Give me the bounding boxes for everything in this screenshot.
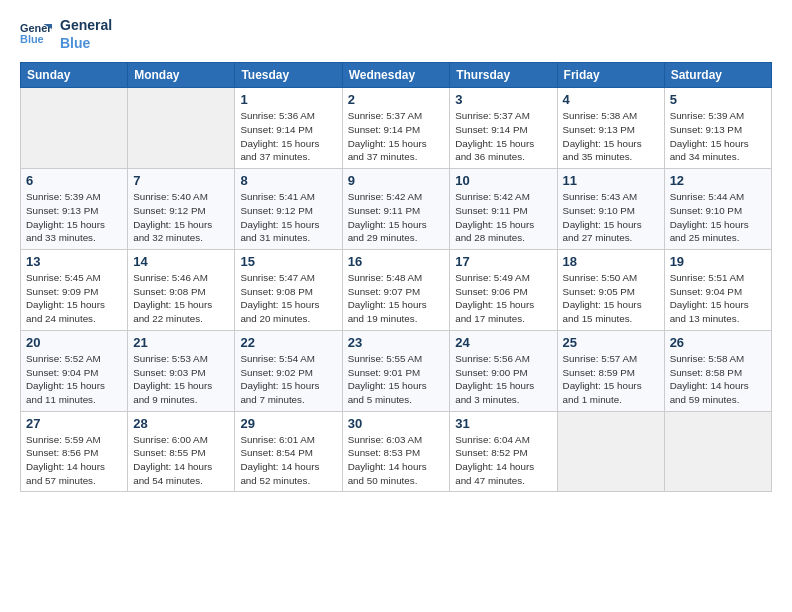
day-detail: Sunrise: 5:53 AM Sunset: 9:03 PM Dayligh… [133, 352, 229, 407]
day-number: 8 [240, 173, 336, 188]
col-header-monday: Monday [128, 63, 235, 88]
calendar-cell: 27Sunrise: 5:59 AM Sunset: 8:56 PM Dayli… [21, 411, 128, 492]
calendar-cell: 26Sunrise: 5:58 AM Sunset: 8:58 PM Dayli… [664, 330, 771, 411]
calendar-cell [128, 88, 235, 169]
calendar-cell: 4Sunrise: 5:38 AM Sunset: 9:13 PM Daylig… [557, 88, 664, 169]
logo-text: General Blue [60, 16, 112, 52]
day-number: 12 [670, 173, 766, 188]
day-detail: Sunrise: 5:47 AM Sunset: 9:08 PM Dayligh… [240, 271, 336, 326]
logo: General Blue General Blue [20, 16, 112, 52]
day-detail: Sunrise: 5:51 AM Sunset: 9:04 PM Dayligh… [670, 271, 766, 326]
day-number: 6 [26, 173, 122, 188]
calendar-cell: 14Sunrise: 5:46 AM Sunset: 9:08 PM Dayli… [128, 250, 235, 331]
calendar-body: 1Sunrise: 5:36 AM Sunset: 9:14 PM Daylig… [21, 88, 772, 492]
day-number: 2 [348, 92, 445, 107]
calendar-cell: 17Sunrise: 5:49 AM Sunset: 9:06 PM Dayli… [450, 250, 557, 331]
calendar-cell: 13Sunrise: 5:45 AM Sunset: 9:09 PM Dayli… [21, 250, 128, 331]
calendar-cell: 22Sunrise: 5:54 AM Sunset: 9:02 PM Dayli… [235, 330, 342, 411]
week-row-4: 20Sunrise: 5:52 AM Sunset: 9:04 PM Dayli… [21, 330, 772, 411]
day-number: 24 [455, 335, 551, 350]
page-header: General Blue General Blue [20, 16, 772, 52]
day-detail: Sunrise: 5:42 AM Sunset: 9:11 PM Dayligh… [348, 190, 445, 245]
week-row-1: 1Sunrise: 5:36 AM Sunset: 9:14 PM Daylig… [21, 88, 772, 169]
day-detail: Sunrise: 6:01 AM Sunset: 8:54 PM Dayligh… [240, 433, 336, 488]
day-detail: Sunrise: 5:37 AM Sunset: 9:14 PM Dayligh… [348, 109, 445, 164]
day-number: 17 [455, 254, 551, 269]
calendar-cell: 25Sunrise: 5:57 AM Sunset: 8:59 PM Dayli… [557, 330, 664, 411]
day-detail: Sunrise: 5:40 AM Sunset: 9:12 PM Dayligh… [133, 190, 229, 245]
calendar-cell: 3Sunrise: 5:37 AM Sunset: 9:14 PM Daylig… [450, 88, 557, 169]
day-detail: Sunrise: 6:04 AM Sunset: 8:52 PM Dayligh… [455, 433, 551, 488]
calendar-cell: 20Sunrise: 5:52 AM Sunset: 9:04 PM Dayli… [21, 330, 128, 411]
calendar-cell [557, 411, 664, 492]
day-number: 31 [455, 416, 551, 431]
calendar-cell: 30Sunrise: 6:03 AM Sunset: 8:53 PM Dayli… [342, 411, 450, 492]
day-number: 13 [26, 254, 122, 269]
day-detail: Sunrise: 5:39 AM Sunset: 9:13 PM Dayligh… [26, 190, 122, 245]
day-number: 25 [563, 335, 659, 350]
calendar-cell: 19Sunrise: 5:51 AM Sunset: 9:04 PM Dayli… [664, 250, 771, 331]
day-number: 11 [563, 173, 659, 188]
day-detail: Sunrise: 5:50 AM Sunset: 9:05 PM Dayligh… [563, 271, 659, 326]
day-number: 23 [348, 335, 445, 350]
day-detail: Sunrise: 5:57 AM Sunset: 8:59 PM Dayligh… [563, 352, 659, 407]
day-detail: Sunrise: 5:56 AM Sunset: 9:00 PM Dayligh… [455, 352, 551, 407]
calendar-cell: 1Sunrise: 5:36 AM Sunset: 9:14 PM Daylig… [235, 88, 342, 169]
col-header-wednesday: Wednesday [342, 63, 450, 88]
day-detail: Sunrise: 5:44 AM Sunset: 9:10 PM Dayligh… [670, 190, 766, 245]
day-number: 27 [26, 416, 122, 431]
day-number: 3 [455, 92, 551, 107]
calendar-cell: 9Sunrise: 5:42 AM Sunset: 9:11 PM Daylig… [342, 169, 450, 250]
calendar-header-row: SundayMondayTuesdayWednesdayThursdayFrid… [21, 63, 772, 88]
day-detail: Sunrise: 5:49 AM Sunset: 9:06 PM Dayligh… [455, 271, 551, 326]
day-detail: Sunrise: 5:45 AM Sunset: 9:09 PM Dayligh… [26, 271, 122, 326]
day-number: 5 [670, 92, 766, 107]
calendar-cell: 8Sunrise: 5:41 AM Sunset: 9:12 PM Daylig… [235, 169, 342, 250]
calendar-cell: 29Sunrise: 6:01 AM Sunset: 8:54 PM Dayli… [235, 411, 342, 492]
day-number: 4 [563, 92, 659, 107]
calendar-cell [664, 411, 771, 492]
calendar-cell: 31Sunrise: 6:04 AM Sunset: 8:52 PM Dayli… [450, 411, 557, 492]
day-detail: Sunrise: 6:00 AM Sunset: 8:55 PM Dayligh… [133, 433, 229, 488]
col-header-sunday: Sunday [21, 63, 128, 88]
day-number: 26 [670, 335, 766, 350]
day-number: 21 [133, 335, 229, 350]
col-header-friday: Friday [557, 63, 664, 88]
calendar-cell: 16Sunrise: 5:48 AM Sunset: 9:07 PM Dayli… [342, 250, 450, 331]
day-detail: Sunrise: 5:43 AM Sunset: 9:10 PM Dayligh… [563, 190, 659, 245]
day-number: 18 [563, 254, 659, 269]
calendar-cell: 23Sunrise: 5:55 AM Sunset: 9:01 PM Dayli… [342, 330, 450, 411]
day-detail: Sunrise: 5:48 AM Sunset: 9:07 PM Dayligh… [348, 271, 445, 326]
col-header-thursday: Thursday [450, 63, 557, 88]
day-detail: Sunrise: 5:42 AM Sunset: 9:11 PM Dayligh… [455, 190, 551, 245]
day-number: 10 [455, 173, 551, 188]
calendar-cell: 28Sunrise: 6:00 AM Sunset: 8:55 PM Dayli… [128, 411, 235, 492]
calendar-cell: 10Sunrise: 5:42 AM Sunset: 9:11 PM Dayli… [450, 169, 557, 250]
day-number: 29 [240, 416, 336, 431]
calendar-cell: 18Sunrise: 5:50 AM Sunset: 9:05 PM Dayli… [557, 250, 664, 331]
day-detail: Sunrise: 5:41 AM Sunset: 9:12 PM Dayligh… [240, 190, 336, 245]
calendar-cell: 6Sunrise: 5:39 AM Sunset: 9:13 PM Daylig… [21, 169, 128, 250]
day-number: 22 [240, 335, 336, 350]
day-detail: Sunrise: 5:54 AM Sunset: 9:02 PM Dayligh… [240, 352, 336, 407]
day-detail: Sunrise: 5:55 AM Sunset: 9:01 PM Dayligh… [348, 352, 445, 407]
calendar-cell: 7Sunrise: 5:40 AM Sunset: 9:12 PM Daylig… [128, 169, 235, 250]
logo-icon: General Blue [20, 20, 52, 48]
day-detail: Sunrise: 5:37 AM Sunset: 9:14 PM Dayligh… [455, 109, 551, 164]
day-detail: Sunrise: 5:39 AM Sunset: 9:13 PM Dayligh… [670, 109, 766, 164]
calendar-cell: 24Sunrise: 5:56 AM Sunset: 9:00 PM Dayli… [450, 330, 557, 411]
day-number: 9 [348, 173, 445, 188]
col-header-tuesday: Tuesday [235, 63, 342, 88]
week-row-2: 6Sunrise: 5:39 AM Sunset: 9:13 PM Daylig… [21, 169, 772, 250]
day-number: 16 [348, 254, 445, 269]
calendar-cell: 2Sunrise: 5:37 AM Sunset: 9:14 PM Daylig… [342, 88, 450, 169]
day-number: 15 [240, 254, 336, 269]
calendar-cell: 15Sunrise: 5:47 AM Sunset: 9:08 PM Dayli… [235, 250, 342, 331]
week-row-5: 27Sunrise: 5:59 AM Sunset: 8:56 PM Dayli… [21, 411, 772, 492]
day-number: 19 [670, 254, 766, 269]
calendar-table: SundayMondayTuesdayWednesdayThursdayFrid… [20, 62, 772, 492]
calendar-cell: 5Sunrise: 5:39 AM Sunset: 9:13 PM Daylig… [664, 88, 771, 169]
day-detail: Sunrise: 5:59 AM Sunset: 8:56 PM Dayligh… [26, 433, 122, 488]
day-detail: Sunrise: 5:58 AM Sunset: 8:58 PM Dayligh… [670, 352, 766, 407]
day-number: 1 [240, 92, 336, 107]
